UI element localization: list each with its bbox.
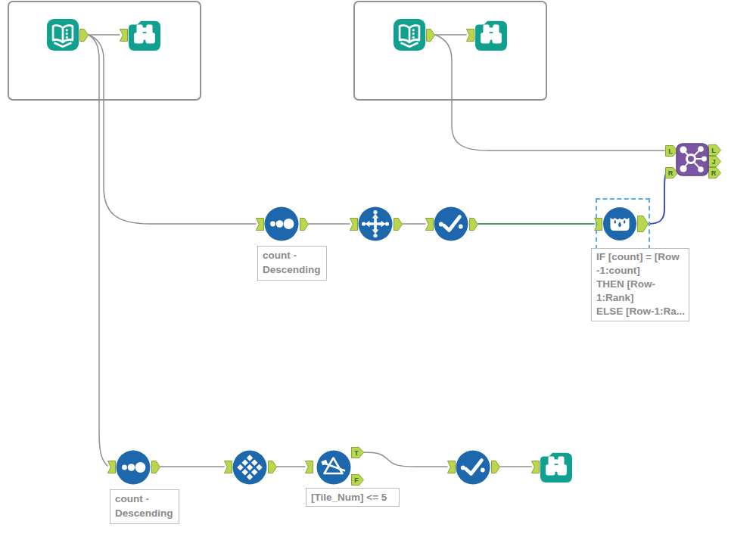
output-anchor[interactable] [469,218,478,231]
annotation-sort-2[interactable]: count - Descending [110,489,179,524]
sort-tool-1[interactable] [264,206,299,241]
input-anchor[interactable] [224,461,232,473]
output-anchor[interactable] [637,216,649,232]
filter-tool[interactable] [316,450,351,485]
annotation-line: ELSE [Row-1:Ra... [596,305,684,318]
annotation-multi-row-formula[interactable]: IF [count] = [Row -1:count] THEN [Row- 1… [591,248,689,321]
sort-tool-2[interactable] [116,450,151,485]
checkmark-dots-icon [456,450,490,485]
input-anchor[interactable] [350,218,358,231]
open-book-icon [46,18,79,51]
annotation-line: IF [count] = [Row [596,250,684,264]
svg-text:L: L [668,147,673,155]
annotation-line: THEN [Row- [596,278,684,291]
output-anchor[interactable] [79,29,89,42]
browse-tool-1[interactable] [128,18,161,51]
open-book-icon [393,18,426,51]
svg-text:F: F [354,476,359,484]
wire-mrf-join-R[interactable] [649,172,667,224]
three-dots-icon [264,206,299,241]
wire-input1-sort1[interactable] [89,35,256,224]
annotation-line: count - [115,492,174,506]
annotation-line: [Tile_Num] <= 5 [311,490,394,504]
diamond-mosaic-icon [232,450,267,485]
unique-tool-1[interactable] [434,206,468,241]
tile-tool[interactable] [232,450,267,485]
input-anchor[interactable] [120,29,128,42]
four-way-arrows-icon [358,206,393,241]
annotation-line: 1:Rank] [596,291,684,305]
output-anchor[interactable] [268,461,277,473]
input-anchor[interactable] [594,218,602,231]
filter-output-anchor-F[interactable]: F [351,474,364,486]
join-output-anchor-J[interactable]: J [708,156,721,167]
svg-text:J: J [711,158,715,166]
browse-tool-3[interactable] [540,450,573,483]
funnel-icon [316,450,351,485]
checkmark-dots-icon [434,206,468,241]
filter-output-anchor-T[interactable]: T [351,447,364,458]
input-anchor[interactable] [466,29,474,42]
annotation-line: -1:count] [596,264,684,278]
svg-text:L: L [711,147,716,154]
output-anchor[interactable] [394,218,403,231]
input-anchor[interactable] [107,461,116,473]
output-anchor[interactable] [151,461,160,473]
input-anchor[interactable] [447,461,456,473]
annotation-line: Descending [263,262,322,277]
svg-text:T: T [354,449,359,457]
join-tool[interactable] [676,143,709,176]
output-anchor[interactable] [426,29,435,42]
browse-tool-2[interactable] [474,18,508,51]
input-anchor[interactable] [531,461,540,473]
input-anchor[interactable] [305,461,313,473]
input-anchor[interactable] [256,218,264,231]
three-dots-icon [116,450,151,485]
output-anchor[interactable] [491,461,500,473]
annotation-line: count - [263,248,322,262]
join-output-anchor-R[interactable]: R [708,167,721,178]
binoculars-icon [128,18,161,51]
binoculars-icon [474,18,508,51]
input-data-tool-2[interactable] [393,18,426,51]
annotation-sort-1[interactable]: count - Descending [257,246,327,281]
wire-input2-join-L[interactable] [435,35,664,151]
svg-text:R: R [668,169,674,177]
multi-row-formula-tool[interactable] [603,207,636,241]
join-output-anchor-L[interactable]: L [708,144,721,156]
wire-filterT-unique2[interactable] [363,452,447,467]
input-data-tool-1[interactable] [46,18,79,51]
annotation-filter[interactable]: [Tile_Num] <= 5 [306,488,400,507]
workflow-canvas[interactable]: L R L J R [0,0,756,540]
binoculars-icon [540,450,573,483]
annotation-line: Descending [115,506,174,520]
crown-droplets-icon [603,207,636,241]
wire-input1-sort2[interactable] [89,35,107,466]
arrange-tool[interactable] [358,206,393,241]
node-network-icon [676,143,709,176]
unique-tool-2[interactable] [456,450,490,485]
output-anchor[interactable] [300,218,309,231]
input-anchor[interactable] [425,218,434,231]
svg-text:R: R [711,169,717,177]
